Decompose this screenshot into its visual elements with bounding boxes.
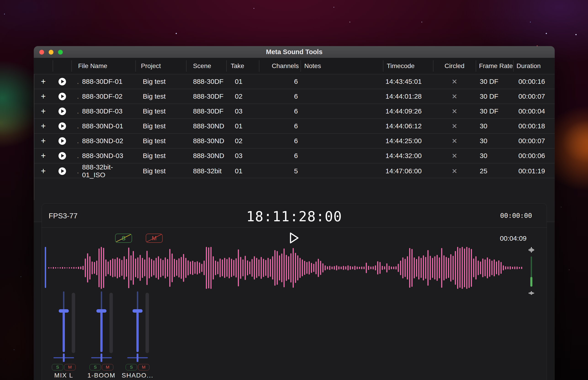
waveform-bar <box>103 248 104 288</box>
table-row[interactable]: +.888-30DF-03Big test888-30DF03614:44:09… <box>34 104 555 119</box>
add-to-player-button[interactable]: + <box>34 104 53 118</box>
circled-x-icon[interactable]: ✕ <box>452 167 457 175</box>
column-header-file-name[interactable]: File Name <box>72 58 136 74</box>
row-play-button[interactable] <box>53 104 72 118</box>
waveform-zoom-slider[interactable] <box>526 247 537 296</box>
notes-cell[interactable] <box>301 149 383 163</box>
play-icon[interactable] <box>59 137 66 145</box>
zoom-window-button[interactable] <box>58 50 63 55</box>
row-play-button[interactable] <box>53 119 72 133</box>
waveform-bar <box>245 256 246 280</box>
waveform-bar <box>318 259 319 277</box>
circled-x-icon[interactable]: ✕ <box>452 107 457 115</box>
column-header-scene[interactable]: Scene <box>186 58 226 74</box>
waveform-bar <box>48 267 49 268</box>
row-play-button[interactable] <box>53 163 72 179</box>
row-play-button[interactable] <box>53 133 72 148</box>
circled-cell[interactable]: ✕ <box>433 163 476 179</box>
table-row[interactable]: +.888-30DF-01Big test888-30DF01614:43:45… <box>34 74 555 89</box>
column-header-take[interactable]: Take <box>226 58 259 74</box>
notes-cell[interactable] <box>301 119 383 133</box>
playhead[interactable] <box>45 247 46 288</box>
play-icon[interactable] <box>59 93 66 100</box>
project-cell: Big test <box>136 149 186 163</box>
add-to-player-button[interactable]: + <box>34 133 53 148</box>
circled-cell[interactable]: ✕ <box>433 119 476 133</box>
waveform-bar <box>233 260 234 276</box>
table-header-row: File NameProjectSceneTakeChannelsNotesTi… <box>34 58 555 74</box>
channel-mute-button[interactable]: M <box>138 364 149 370</box>
waveform-bar <box>240 257 241 279</box>
column-header-project[interactable]: Project <box>136 58 186 74</box>
play-icon[interactable] <box>59 167 66 175</box>
table-row[interactable]: +.888-30DF-02Big test888-30DF02614:44:01… <box>34 89 555 104</box>
waveform-bar <box>128 247 129 288</box>
column-header-frame-rate[interactable]: Frame Rate <box>476 58 513 74</box>
play-button[interactable] <box>289 232 300 244</box>
add-to-player-button[interactable]: + <box>34 149 53 163</box>
mute-all-button[interactable]: M <box>146 234 163 243</box>
add-to-player-button[interactable]: + <box>34 163 53 179</box>
table-row[interactable]: +.888-30ND-02Big test888-30ND02614:44:25… <box>34 133 555 149</box>
pan-slider-thumb[interactable] <box>100 354 102 362</box>
play-icon[interactable] <box>59 152 66 160</box>
circled-cell[interactable]: ✕ <box>433 89 476 104</box>
circled-cell[interactable]: ✕ <box>433 74 476 89</box>
notes-cell[interactable] <box>301 104 383 118</box>
zoom-slider-thumb[interactable] <box>530 277 532 286</box>
table-row[interactable]: +.888-30ND-03Big test888-30ND03614:44:32… <box>34 149 555 163</box>
play-icon[interactable] <box>59 122 66 130</box>
column-header-notes[interactable]: Notes <box>301 58 383 74</box>
row-play-button[interactable] <box>53 89 72 104</box>
waveform-bar <box>89 256 90 279</box>
play-icon[interactable] <box>59 108 66 115</box>
pan-slider-thumb[interactable] <box>63 354 65 362</box>
solo-all-button[interactable]: S <box>115 234 132 243</box>
add-to-player-button[interactable]: + <box>34 119 53 133</box>
waveform[interactable] <box>42 242 547 295</box>
waveform-bar <box>295 253 296 283</box>
minimize-window-button[interactable] <box>49 50 54 55</box>
row-play-button[interactable] <box>53 74 72 89</box>
fader-handle[interactable] <box>97 309 106 313</box>
notes-cell[interactable] <box>301 163 383 179</box>
waveform-bar <box>277 251 278 285</box>
circled-x-icon[interactable]: ✕ <box>452 78 457 86</box>
channel-mute-button[interactable]: M <box>64 364 76 370</box>
notes-cell[interactable] <box>301 74 383 89</box>
notes-cell[interactable] <box>301 89 383 104</box>
circled-x-icon[interactable]: ✕ <box>452 152 457 160</box>
frame-rate-cell: 30 <box>476 119 513 133</box>
column-header-channels[interactable]: Channels <box>259 58 301 74</box>
circled-cell[interactable]: ✕ <box>433 149 476 163</box>
channel-solo-button[interactable]: S <box>126 364 137 370</box>
channel-mute-button[interactable]: M <box>102 364 113 370</box>
fader-handle[interactable] <box>59 309 69 313</box>
channel-solo-button[interactable]: S <box>90 364 101 370</box>
waveform-bar <box>195 262 196 274</box>
circled-cell[interactable]: ✕ <box>433 104 476 118</box>
circled-x-icon[interactable]: ✕ <box>452 137 457 145</box>
notes-cell[interactable] <box>301 133 383 148</box>
column-header-0[interactable] <box>34 58 53 74</box>
circled-cell[interactable]: ✕ <box>433 133 476 148</box>
title-bar[interactable]: Meta Sound Tools <box>34 46 555 58</box>
table-row[interactable]: +.888-32bit-01_ISOBig test888-32bit01514… <box>34 163 555 178</box>
circled-x-icon[interactable]: ✕ <box>452 93 457 100</box>
table-row[interactable]: +.888-30ND-01Big test888-30ND01614:44:06… <box>34 119 555 133</box>
status-dot: . <box>77 152 79 160</box>
circled-x-icon[interactable]: ✕ <box>452 122 457 130</box>
channel-solo-button[interactable]: S <box>52 364 63 370</box>
add-to-player-button[interactable]: + <box>34 74 53 89</box>
pan-slider-thumb[interactable] <box>137 354 138 362</box>
waveform-bar <box>487 257 488 278</box>
column-header-timecode[interactable]: Timecode <box>383 58 433 74</box>
add-to-player-button[interactable]: + <box>34 89 53 104</box>
column-header-duration[interactable]: Duration <box>513 58 555 74</box>
row-play-button[interactable] <box>53 149 72 163</box>
column-header-circled[interactable]: Circled <box>433 58 476 74</box>
close-window-button[interactable] <box>39 50 44 55</box>
play-icon[interactable] <box>59 78 66 85</box>
column-header-1[interactable] <box>53 58 72 74</box>
fader-handle[interactable] <box>133 309 142 313</box>
